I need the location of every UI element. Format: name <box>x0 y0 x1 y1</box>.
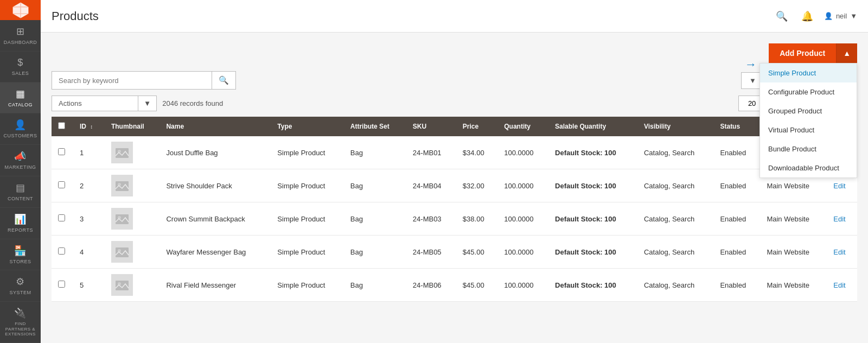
th-id-label: ID <box>80 123 86 130</box>
dropdown-item-bundle[interactable]: Bundle Product <box>760 139 857 158</box>
cell-action: Edit <box>827 269 857 302</box>
table-row: 4 Wayfarer Messenger Bag Simple Product … <box>52 236 857 269</box>
customers-icon: 👤 <box>14 119 27 131</box>
cell-name: Rival Field Messenger <box>159 269 271 302</box>
cell-status: Enabled <box>713 169 760 202</box>
cell-status: Enabled <box>713 136 760 169</box>
records-found: 2046 records found <box>162 99 223 107</box>
dropdown-item-downloadable[interactable]: Downloadable Product <box>760 158 857 177</box>
sidebar-item-sales[interactable]: $ Sales <box>0 52 41 82</box>
table-row: 1 Joust Duffle Bag Simple Product Bag 24… <box>52 136 857 169</box>
th-attribute-set: Attribute Set <box>344 117 406 136</box>
cell-visibility: Catalog, Search <box>637 236 714 269</box>
cell-attribute-set: Bag <box>344 169 406 202</box>
row-checkbox[interactable] <box>58 181 65 188</box>
content-area: Add Product ▲ → Simple Product Configura… <box>41 33 868 343</box>
sidebar-item-catalog[interactable]: ▦ Catalog <box>0 82 41 114</box>
actions-row: Actions ▼ 2046 records found ▼ per page … <box>52 95 857 111</box>
dropdown-item-grouped[interactable]: Grouped Product <box>760 101 857 120</box>
user-menu[interactable]: 👤 neil ▼ <box>824 12 857 20</box>
cell-sku: 24-MB06 <box>406 269 456 302</box>
filter-icon: ▼ <box>749 77 756 85</box>
dropdown-item-virtual[interactable]: Virtual Product <box>760 120 857 139</box>
cell-website: Main Website <box>760 236 827 269</box>
user-name: neil <box>836 12 847 20</box>
edit-link[interactable]: Edit <box>833 215 845 223</box>
search-input[interactable] <box>52 72 212 89</box>
edit-link[interactable]: Edit <box>833 248 845 256</box>
sidebar-item-system[interactable]: ⚙ System <box>0 270 41 302</box>
add-product-dropdown-toggle[interactable]: ▲ <box>836 43 857 63</box>
th-thumbnail-label: Thumbnail <box>111 123 144 130</box>
actions-dropdown-arrow[interactable]: ▼ <box>138 96 157 111</box>
sidebar-label-catalog: Catalog <box>8 102 33 108</box>
notification-button[interactable]: 🔔 <box>799 8 816 25</box>
sidebar-item-reports[interactable]: 📊 Reports <box>0 208 41 239</box>
sidebar-item-stores[interactable]: 🏪 Stores <box>0 239 41 271</box>
system-icon: ⚙ <box>16 276 25 288</box>
cell-name: Strive Shoulder Pack <box>159 169 271 202</box>
th-id[interactable]: ID ↕ <box>73 117 105 136</box>
cell-price: $45.00 <box>456 269 497 302</box>
actions-left: Actions ▼ 2046 records found <box>52 96 223 111</box>
row-checkbox[interactable] <box>58 247 65 255</box>
th-visibility-label: Visibility <box>644 123 671 130</box>
cell-price: $45.00 <box>456 236 497 269</box>
cell-type: Simple Product <box>271 202 343 236</box>
product-thumbnail-image <box>111 208 133 230</box>
row-checkbox[interactable] <box>58 214 65 221</box>
cell-visibility: Catalog, Search <box>637 136 714 169</box>
cell-thumbnail <box>105 169 160 202</box>
table-body: 1 Joust Duffle Bag Simple Product Bag 24… <box>52 136 857 302</box>
table-row: 2 Strive Shoulder Pack Simple Product Ba… <box>52 169 857 202</box>
th-attribute-set-label: Attribute Set <box>350 123 390 130</box>
cell-action: Edit <box>827 236 857 269</box>
top-header: Products 🔍 🔔 👤 neil ▼ <box>41 0 868 33</box>
sidebar-logo[interactable] <box>0 0 41 20</box>
table-header: ID ↕ Thumbnail Name Type Attribute Set <box>52 117 857 136</box>
row-checkbox[interactable] <box>58 148 65 155</box>
cell-quantity: 100.0000 <box>497 236 548 269</box>
cell-sku: 24-MB04 <box>406 169 456 202</box>
sidebar-label-sales: Sales <box>12 71 29 77</box>
product-thumbnail-image <box>111 241 133 263</box>
sidebar-label-dashboard: Dashboard <box>4 40 37 46</box>
dropdown-item-simple[interactable]: Simple Product <box>760 63 857 82</box>
cell-type: Simple Product <box>271 269 343 302</box>
sidebar-item-customers[interactable]: 👤 Customers <box>0 113 41 145</box>
product-thumbnail-image <box>111 142 133 163</box>
sidebar-item-marketing[interactable]: 📣 Marketing <box>0 145 41 176</box>
sidebar-item-dashboard[interactable]: ⊞ Dashboard <box>0 20 41 52</box>
add-product-btn-group: Add Product ▲ → Simple Product Configura… <box>769 43 857 63</box>
cell-type: Simple Product <box>271 136 343 169</box>
cell-type: Simple Product <box>271 169 343 202</box>
sales-icon: $ <box>17 57 23 68</box>
cell-name: Joust Duffle Bag <box>159 136 271 169</box>
row-checkbox[interactable] <box>58 281 65 288</box>
search-button[interactable]: 🔍 <box>212 72 235 89</box>
sidebar-item-content[interactable]: ▤ Content <box>0 176 41 208</box>
th-status: Status <box>713 117 760 136</box>
sidebar-label-system: System <box>9 290 31 296</box>
cell-salable-quantity: Default Stock: 100 <box>548 136 637 169</box>
page-title: Products <box>52 9 99 23</box>
actions-select[interactable]: Actions <box>52 96 138 111</box>
th-type-label: Type <box>277 123 292 130</box>
cell-salable-quantity: Default Stock: 100 <box>548 169 637 202</box>
product-type-dropdown: Simple Product Configurable Product Grou… <box>760 63 857 178</box>
cell-attribute-set: Bag <box>344 202 406 236</box>
add-product-button[interactable]: Add Product <box>769 43 836 63</box>
edit-link[interactable]: Edit <box>833 281 845 289</box>
cell-checkbox <box>52 202 73 236</box>
select-all-checkbox[interactable] <box>58 122 65 129</box>
edit-link[interactable]: Edit <box>833 182 845 190</box>
dropdown-item-configurable[interactable]: Configurable Product <box>760 82 857 101</box>
sidebar-item-find-partners[interactable]: 🔌 Find Partners & Extensions <box>0 302 41 343</box>
th-type: Type <box>271 117 343 136</box>
cell-status: Enabled <box>713 269 760 302</box>
cell-name: Wayfarer Messenger Bag <box>159 236 271 269</box>
cell-id: 5 <box>73 269 105 302</box>
th-quantity-label: Quantity <box>504 123 531 130</box>
sidebar-label-marketing: Marketing <box>4 164 36 170</box>
search-icon-button[interactable]: 🔍 <box>773 8 790 25</box>
